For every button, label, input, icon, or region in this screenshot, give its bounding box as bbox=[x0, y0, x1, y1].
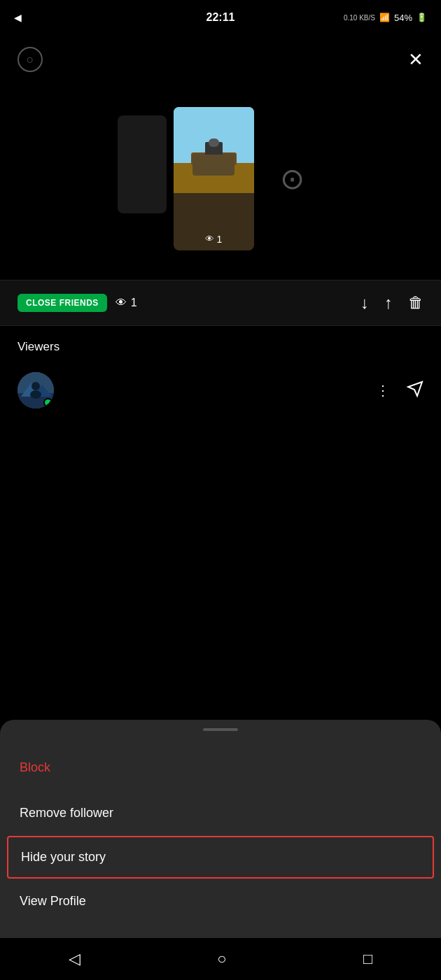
circle-button[interactable]: ○ bbox=[18, 47, 43, 72]
svg-marker-11 bbox=[408, 382, 422, 396]
viewer-row: ⋮ bbox=[18, 367, 424, 414]
svg-rect-2 bbox=[191, 152, 237, 165]
hide-story-label: Hide your story bbox=[21, 850, 106, 864]
send-icon-svg bbox=[407, 381, 424, 397]
top-controls: ○ ✕ bbox=[0, 35, 441, 84]
story-thumbnail[interactable]: 👁 1 bbox=[174, 107, 254, 250]
remove-follower-label: Remove follower bbox=[20, 806, 113, 820]
view-profile-label: View Profile bbox=[20, 894, 86, 908]
hide-story-menu-item[interactable]: Hide your story bbox=[7, 836, 434, 879]
story-view-count-overlay: 👁 1 bbox=[205, 234, 223, 245]
viewer-more-options[interactable]: ⋮ bbox=[376, 382, 391, 399]
battery-text: 54% bbox=[394, 13, 412, 23]
svg-rect-1 bbox=[174, 163, 254, 193]
camera-icon: ⊙ bbox=[280, 162, 304, 196]
game-scene bbox=[174, 107, 254, 193]
bottom-sheet: Block Remove follower Hide your story Vi… bbox=[0, 720, 441, 938]
share-button[interactable]: ↑ bbox=[384, 293, 393, 313]
status-bar: 22:11 ◀ 0.10 KB/S 📶 54% 🔋 bbox=[0, 0, 441, 35]
svg-point-9 bbox=[31, 382, 40, 390]
status-right-icons: 0.10 KB/S 📶 54% 🔋 bbox=[344, 13, 427, 23]
story-info-actions: ↓ ↑ 🗑 bbox=[360, 293, 424, 313]
block-label: Block bbox=[20, 760, 50, 774]
home-nav-button[interactable]: ○ bbox=[217, 950, 226, 968]
remove-follower-menu-item[interactable]: Remove follower bbox=[0, 790, 441, 836]
signal-icon: 📶 bbox=[379, 13, 390, 22]
view-count-display: 👁 1 bbox=[115, 297, 137, 309]
view-count-number: 1 bbox=[131, 297, 137, 309]
eye-icon-bar: 👁 bbox=[115, 297, 127, 309]
status-time: 22:11 bbox=[206, 11, 235, 24]
svg-rect-10 bbox=[30, 390, 41, 399]
story-thumb-dark bbox=[118, 115, 167, 213]
block-menu-item[interactable]: Block bbox=[0, 745, 441, 790]
close-button[interactable]: ✕ bbox=[408, 49, 424, 71]
view-profile-menu-item[interactable]: View Profile bbox=[0, 879, 441, 924]
camera-add-area[interactable]: ⊙ bbox=[261, 147, 324, 210]
story-info-bar: CLOSE FRIENDS 👁 1 ↓ ↑ 🗑 bbox=[0, 280, 441, 326]
viewers-section: Viewers bbox=[0, 326, 441, 428]
eye-icon-overlay: 👁 bbox=[205, 234, 214, 244]
game-visual bbox=[174, 107, 254, 193]
nav-icon-status: ◀ bbox=[14, 12, 22, 23]
viewer-actions: ⋮ bbox=[376, 381, 424, 401]
status-left-icons: ◀ bbox=[14, 12, 22, 23]
viewer-left bbox=[18, 372, 54, 409]
svg-rect-0 bbox=[174, 107, 254, 163]
story-preview-area: 👁 1 ⊙ bbox=[0, 84, 441, 280]
download-button[interactable]: ↓ bbox=[360, 293, 369, 313]
handle-bar bbox=[203, 728, 238, 731]
delete-button[interactable]: 🗑 bbox=[408, 294, 424, 312]
story-info-left: CLOSE FRIENDS 👁 1 bbox=[18, 294, 137, 312]
online-indicator bbox=[43, 398, 52, 407]
recents-nav-button[interactable]: □ bbox=[363, 950, 372, 968]
close-friends-badge: CLOSE FRIENDS bbox=[18, 294, 107, 312]
viewer-avatar[interactable] bbox=[18, 372, 54, 409]
sheet-handle bbox=[0, 720, 441, 745]
navigation-bar: ◁ ○ □ bbox=[0, 938, 441, 980]
back-nav-button[interactable]: ◁ bbox=[69, 950, 80, 968]
viewers-title: Viewers bbox=[18, 340, 424, 354]
battery-icon: 🔋 bbox=[416, 13, 427, 22]
svg-rect-4 bbox=[209, 139, 219, 147]
data-speed: 0.10 KB/S bbox=[344, 14, 375, 22]
send-message-button[interactable] bbox=[407, 381, 424, 401]
circle-icon: ○ bbox=[27, 52, 34, 67]
overlay-view-number: 1 bbox=[217, 234, 223, 245]
